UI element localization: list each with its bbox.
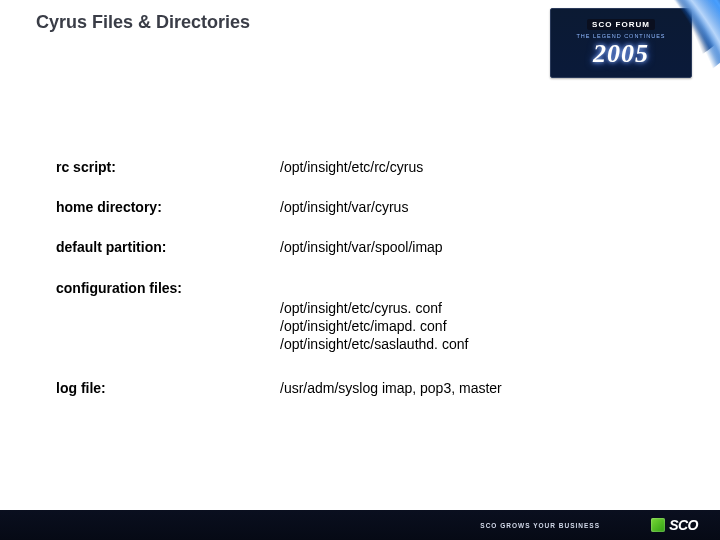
row-configuration-files: configuration files: /opt/insight/etc/cy… — [56, 279, 690, 354]
sco-logo-icon — [651, 518, 665, 532]
footer-bar: SCO GROWS YOUR BUSINESS SCO — [0, 510, 720, 540]
label: default partition: — [56, 238, 280, 256]
content: rc script: /opt/insight/etc/rc/cyrus hom… — [56, 158, 690, 419]
value-text: /opt/insight/etc/saslauthd. conf — [280, 335, 690, 353]
value-text: /opt/insight/etc/cyrus. conf — [280, 299, 690, 317]
slide-title: Cyrus Files & Directories — [36, 12, 250, 33]
label: rc script: — [56, 158, 280, 176]
value: /opt/insight/etc/cyrus. conf /opt/insigh… — [280, 279, 690, 354]
value-text: /opt/insight/var/spool/imap — [280, 238, 690, 256]
value: /opt/insight/etc/rc/cyrus — [280, 158, 690, 176]
forum-brand: SCO FORUM — [587, 19, 655, 30]
label: configuration files: — [56, 279, 280, 354]
value: /opt/insight/var/cyrus — [280, 198, 690, 216]
footer-tagline: SCO GROWS YOUR BUSINESS — [480, 522, 600, 529]
row-log-file: log file: /usr/adm/syslog imap, pop3, ma… — [56, 379, 690, 397]
footer-logo: SCO — [651, 517, 698, 533]
row-rc-script: rc script: /opt/insight/etc/rc/cyrus — [56, 158, 690, 176]
row-default-partition: default partition: /opt/insight/var/spoo… — [56, 238, 690, 256]
label: home directory: — [56, 198, 280, 216]
label: log file: — [56, 379, 280, 397]
value: /opt/insight/var/spool/imap — [280, 238, 690, 256]
forum-badge: SCO FORUM THE LEGEND CONTINUES 2005 — [550, 8, 692, 78]
value-text: /usr/adm/syslog imap, pop3, master — [280, 379, 690, 397]
value: /usr/adm/syslog imap, pop3, master — [280, 379, 690, 397]
header: Cyrus Files & Directories SCO FORUM THE … — [0, 0, 720, 130]
slide: Cyrus Files & Directories SCO FORUM THE … — [0, 0, 720, 540]
value-text: /opt/insight/var/cyrus — [280, 198, 690, 216]
value-text: /opt/insight/etc/imapd. conf — [280, 317, 690, 335]
forum-year: 2005 — [557, 39, 685, 69]
value-text: /opt/insight/etc/rc/cyrus — [280, 158, 690, 176]
row-home-directory: home directory: /opt/insight/var/cyrus — [56, 198, 690, 216]
sco-logo-text: SCO — [669, 517, 698, 533]
